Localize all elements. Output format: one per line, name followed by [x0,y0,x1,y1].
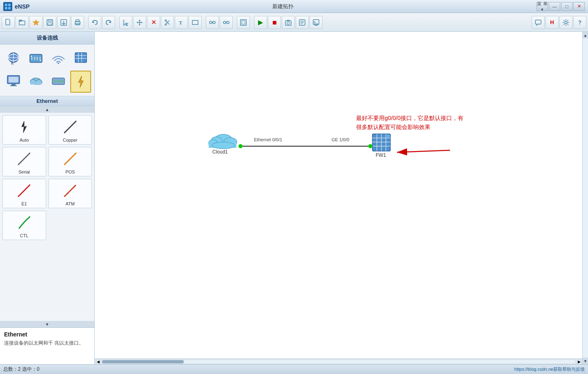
select-button[interactable] [119,16,132,29]
svg-rect-26 [192,20,198,24]
sidebar-header: 设备连线 [0,32,94,45]
svg-point-28 [213,21,215,24]
svg-point-71 [57,80,58,82]
svg-point-30 [223,21,226,24]
svg-point-35 [287,22,290,24]
new-button[interactable] [2,16,15,29]
auto-cable-label: Auto [20,138,29,142]
chat-button[interactable] [532,16,545,29]
rect-button[interactable] [189,16,202,29]
device-firewall[interactable] [70,48,91,69]
main-layout: 设备连线 R [0,32,588,364]
stop-button[interactable]: ⏹ [268,16,281,29]
scroll-down-arrow[interactable]: ▼ [583,358,588,364]
svg-point-73 [62,80,63,82]
minimize-button[interactable]: — [549,2,560,11]
menu-button[interactable]: 菜 单▾ [537,2,548,11]
atm-cable-icon [60,181,80,200]
svg-marker-17 [139,20,140,21]
scroll-left-arrow[interactable]: ◀ [96,359,100,364]
svg-text:R: R [11,62,14,66]
help-button[interactable]: ? [573,16,586,29]
titlebar-left: eNSP [3,2,30,11]
device-router[interactable]: R [3,48,24,69]
open-button[interactable] [16,16,29,29]
device-wireless[interactable] [48,48,69,69]
toolbar-right: H ? [532,16,586,29]
svg-marker-8 [33,20,39,25]
svg-marker-18 [139,24,140,25]
play-button[interactable]: ▶ [254,16,267,29]
delete-button[interactable]: ✕ [147,16,160,29]
link-button[interactable] [206,16,219,29]
diagram-svg[interactable]: Ethernet 0/0/1 GE 1/0/0 Cloud1 [95,32,588,364]
svg-rect-33 [242,21,245,24]
statusbar: 总数：2 选中：0 https://blog.csdn.ne获取帮助与反馈 [0,364,588,374]
maximize-button[interactable]: □ [561,2,572,11]
serial-cable-icon [14,149,34,169]
e1-cable-icon [14,181,34,200]
device-hub[interactable] [48,71,69,93]
pos-cable-icon [60,149,80,169]
text-button[interactable]: T [175,16,188,29]
cable-atm[interactable]: ATM [49,179,92,208]
device-pc[interactable] [3,71,24,93]
save-tpl-button[interactable] [29,16,42,29]
device-lightning[interactable] [70,71,91,93]
cloud1-node[interactable]: Cloud1 [209,134,237,155]
lightning-icon [72,73,89,90]
save-button[interactable] [43,16,56,29]
canvas-scrollbar-bottom[interactable]: ◀ ▶ [95,358,582,364]
scroll-up-arrow[interactable]: ▲ [583,32,588,38]
scroll-right-arrow[interactable]: ▶ [577,359,581,364]
console-button[interactable] [310,16,323,29]
fw1-node[interactable]: FW1 [372,134,390,158]
move-button[interactable] [133,16,146,29]
cable-scroll-down[interactable]: ▼ [0,321,94,327]
titlebar: eNSP 新建拓扑 菜 单▾ — □ ✕ [0,0,588,13]
cable-serial[interactable]: Serial [2,147,46,176]
huawei-button[interactable]: H [546,16,559,29]
hscroll-thumb[interactable] [102,360,184,363]
info-title: Ethernet [4,331,90,338]
svg-point-31 [227,21,229,24]
back-link-button[interactable] [220,16,233,29]
snapshot-button[interactable] [282,16,295,29]
canvas-area[interactable]: Ethernet 0/0/1 GE 1/0/0 Cloud1 [95,32,588,364]
undo-button[interactable] [88,16,101,29]
svg-point-70 [54,80,56,82]
titlebar-controls: 菜 单▾ — □ ✕ [537,2,585,11]
cable-copper[interactable]: Copper [49,115,92,145]
cable-auto[interactable]: Auto [2,115,46,145]
canvas-scrollbar-right[interactable]: ▲ ▼ [582,32,588,364]
cable-scroll-up[interactable]: ▲ [0,106,94,113]
cable-pos[interactable]: POS [49,147,92,176]
svg-point-27 [209,21,212,24]
svg-rect-68 [30,82,42,85]
cable-list: Auto Copper Serial [0,113,94,321]
import-button[interactable] [57,16,70,29]
cut-button[interactable] [161,16,174,29]
svg-text:T: T [179,20,183,26]
svg-line-76 [65,121,76,133]
config-button[interactable] [296,16,309,29]
cable-e1[interactable]: E1 [2,179,46,208]
e1-cable-label: E1 [22,201,27,206]
svg-rect-44 [535,20,541,24]
settings-button[interactable] [559,16,572,29]
svg-rect-1 [8,4,11,6]
device-cloud[interactable] [26,71,47,93]
print-button[interactable] [71,16,84,29]
fit-button[interactable] [237,16,250,29]
svg-rect-5 [8,19,10,21]
cable-ctl[interactable]: CTL [2,211,46,240]
device-switch[interactable] [26,48,47,69]
pos-cable-label: POS [65,169,75,174]
status-link[interactable]: https://blog.csdn.ne获取帮助与反馈 [514,366,585,372]
close-button[interactable]: ✕ [573,2,585,11]
link-label-left: Ethernet 0/0/1 [254,137,282,142]
ctl-cable-icon [14,213,34,232]
svg-marker-75 [22,121,27,133]
redo-button[interactable] [102,16,115,29]
svg-marker-19 [137,22,138,23]
